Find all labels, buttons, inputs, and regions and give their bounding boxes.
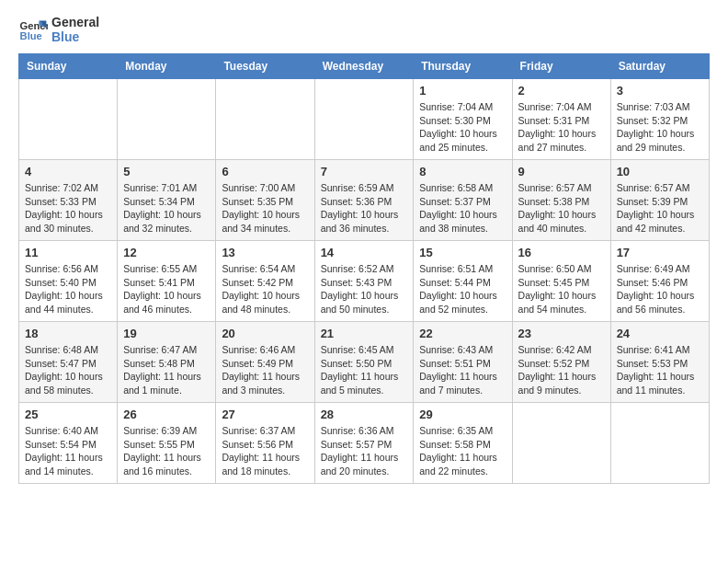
week-row-2: 4Sunrise: 7:02 AMSunset: 5:33 PMDaylight… bbox=[19, 160, 710, 241]
week-row-5: 25Sunrise: 6:40 AMSunset: 5:54 PMDayligh… bbox=[19, 403, 710, 484]
day-cell: 25Sunrise: 6:40 AMSunset: 5:54 PMDayligh… bbox=[19, 403, 118, 484]
day-cell: 16Sunrise: 6:50 AMSunset: 5:45 PMDayligh… bbox=[512, 241, 610, 322]
week-row-1: 1Sunrise: 7:04 AMSunset: 5:30 PMDaylight… bbox=[19, 79, 710, 160]
day-info: Sunrise: 6:57 AMSunset: 5:38 PMDaylight:… bbox=[518, 181, 605, 236]
logo-blue: Blue bbox=[51, 29, 99, 44]
day-cell: 10Sunrise: 6:57 AMSunset: 5:39 PMDayligh… bbox=[610, 160, 709, 241]
day-info: Sunrise: 6:46 AMSunset: 5:49 PMDaylight:… bbox=[222, 343, 308, 397]
day-cell bbox=[610, 403, 709, 484]
day-cell: 12Sunrise: 6:55 AMSunset: 5:41 PMDayligh… bbox=[118, 241, 216, 322]
day-info: Sunrise: 7:04 AMSunset: 5:30 PMDaylight:… bbox=[419, 100, 506, 155]
day-number: 19 bbox=[123, 327, 210, 340]
day-cell: 19Sunrise: 6:47 AMSunset: 5:48 PMDayligh… bbox=[118, 322, 216, 403]
day-info: Sunrise: 6:56 AMSunset: 5:40 PMDaylight:… bbox=[25, 262, 111, 316]
day-cell: 4Sunrise: 7:02 AMSunset: 5:33 PMDaylight… bbox=[19, 160, 118, 241]
day-info: Sunrise: 7:02 AMSunset: 5:33 PMDaylight:… bbox=[25, 181, 111, 236]
day-cell: 14Sunrise: 6:52 AMSunset: 5:43 PMDayligh… bbox=[314, 241, 414, 322]
day-cell: 2Sunrise: 7:04 AMSunset: 5:31 PMDaylight… bbox=[512, 79, 610, 160]
day-info: Sunrise: 6:41 AMSunset: 5:53 PMDaylight:… bbox=[617, 343, 703, 397]
day-number: 26 bbox=[123, 408, 210, 421]
day-number: 9 bbox=[518, 165, 605, 178]
day-number: 25 bbox=[25, 408, 111, 421]
day-cell: 15Sunrise: 6:51 AMSunset: 5:44 PMDayligh… bbox=[414, 241, 512, 322]
day-cell: 11Sunrise: 6:56 AMSunset: 5:40 PMDayligh… bbox=[19, 241, 118, 322]
day-number: 8 bbox=[419, 165, 506, 178]
day-cell: 20Sunrise: 6:46 AMSunset: 5:49 PMDayligh… bbox=[216, 322, 314, 403]
day-number: 13 bbox=[222, 246, 308, 259]
day-info: Sunrise: 7:01 AMSunset: 5:34 PMDaylight:… bbox=[123, 181, 210, 236]
day-cell: 7Sunrise: 6:59 AMSunset: 5:36 PMDaylight… bbox=[314, 160, 414, 241]
logo-general: General bbox=[51, 15, 99, 29]
day-info: Sunrise: 6:54 AMSunset: 5:42 PMDaylight:… bbox=[222, 262, 308, 316]
day-cell: 13Sunrise: 6:54 AMSunset: 5:42 PMDayligh… bbox=[216, 241, 314, 322]
day-number: 21 bbox=[321, 327, 408, 340]
logo-icon: General Blue bbox=[18, 15, 48, 44]
day-number: 12 bbox=[123, 246, 210, 259]
day-cell bbox=[512, 403, 610, 484]
day-info: Sunrise: 6:48 AMSunset: 5:47 PMDaylight:… bbox=[25, 343, 111, 397]
day-info: Sunrise: 7:00 AMSunset: 5:35 PMDaylight:… bbox=[222, 181, 308, 236]
day-number: 14 bbox=[321, 246, 408, 259]
day-info: Sunrise: 6:51 AMSunset: 5:44 PMDaylight:… bbox=[419, 262, 506, 316]
day-cell: 5Sunrise: 7:01 AMSunset: 5:34 PMDaylight… bbox=[118, 160, 216, 241]
day-cell: 9Sunrise: 6:57 AMSunset: 5:38 PMDaylight… bbox=[512, 160, 610, 241]
header-wednesday: Wednesday bbox=[314, 54, 414, 79]
day-number: 5 bbox=[123, 165, 210, 178]
day-cell: 22Sunrise: 6:43 AMSunset: 5:51 PMDayligh… bbox=[414, 322, 512, 403]
day-info: Sunrise: 6:39 AMSunset: 5:55 PMDaylight:… bbox=[123, 424, 210, 478]
day-cell: 29Sunrise: 6:35 AMSunset: 5:58 PMDayligh… bbox=[414, 403, 512, 484]
day-number: 1 bbox=[419, 84, 506, 98]
day-info: Sunrise: 6:50 AMSunset: 5:45 PMDaylight:… bbox=[518, 262, 605, 316]
calendar-header-row: SundayMondayTuesdayWednesdayThursdayFrid… bbox=[19, 54, 710, 79]
day-cell: 6Sunrise: 7:00 AMSunset: 5:35 PMDaylight… bbox=[216, 160, 314, 241]
day-cell bbox=[216, 79, 314, 160]
day-cell bbox=[314, 79, 414, 160]
logo: General Blue General Blue bbox=[18, 15, 99, 44]
header-thursday: Thursday bbox=[414, 54, 512, 79]
day-number: 18 bbox=[25, 327, 111, 340]
day-cell: 28Sunrise: 6:36 AMSunset: 5:57 PMDayligh… bbox=[314, 403, 414, 484]
day-info: Sunrise: 7:04 AMSunset: 5:31 PMDaylight:… bbox=[518, 100, 605, 155]
day-cell: 21Sunrise: 6:45 AMSunset: 5:50 PMDayligh… bbox=[314, 322, 414, 403]
day-info: Sunrise: 6:52 AMSunset: 5:43 PMDaylight:… bbox=[321, 262, 408, 316]
day-number: 22 bbox=[419, 327, 506, 340]
day-cell: 1Sunrise: 7:04 AMSunset: 5:30 PMDaylight… bbox=[414, 79, 512, 160]
day-cell: 26Sunrise: 6:39 AMSunset: 5:55 PMDayligh… bbox=[118, 403, 216, 484]
header-monday: Monday bbox=[118, 54, 216, 79]
day-info: Sunrise: 6:42 AMSunset: 5:52 PMDaylight:… bbox=[518, 343, 605, 397]
day-number: 11 bbox=[25, 246, 111, 259]
day-cell bbox=[118, 79, 216, 160]
day-info: Sunrise: 6:59 AMSunset: 5:36 PMDaylight:… bbox=[321, 181, 408, 236]
day-number: 27 bbox=[222, 408, 308, 421]
svg-text:Blue: Blue bbox=[20, 30, 42, 41]
day-number: 24 bbox=[617, 327, 703, 340]
day-info: Sunrise: 6:47 AMSunset: 5:48 PMDaylight:… bbox=[123, 343, 210, 397]
day-cell bbox=[19, 79, 118, 160]
day-cell: 24Sunrise: 6:41 AMSunset: 5:53 PMDayligh… bbox=[610, 322, 709, 403]
day-info: Sunrise: 6:43 AMSunset: 5:51 PMDaylight:… bbox=[419, 343, 506, 397]
day-info: Sunrise: 6:40 AMSunset: 5:54 PMDaylight:… bbox=[25, 424, 111, 478]
day-number: 23 bbox=[518, 327, 605, 340]
day-info: Sunrise: 6:57 AMSunset: 5:39 PMDaylight:… bbox=[617, 181, 703, 236]
day-number: 16 bbox=[518, 246, 605, 259]
week-row-3: 11Sunrise: 6:56 AMSunset: 5:40 PMDayligh… bbox=[19, 241, 710, 322]
day-number: 10 bbox=[617, 165, 703, 178]
day-cell: 3Sunrise: 7:03 AMSunset: 5:32 PMDaylight… bbox=[610, 79, 709, 160]
header-saturday: Saturday bbox=[610, 54, 709, 79]
day-number: 6 bbox=[222, 165, 308, 178]
day-info: Sunrise: 6:37 AMSunset: 5:56 PMDaylight:… bbox=[222, 424, 308, 478]
day-info: Sunrise: 6:49 AMSunset: 5:46 PMDaylight:… bbox=[617, 262, 703, 316]
day-number: 15 bbox=[419, 246, 506, 259]
day-info: Sunrise: 6:45 AMSunset: 5:50 PMDaylight:… bbox=[321, 343, 408, 397]
day-cell: 18Sunrise: 6:48 AMSunset: 5:47 PMDayligh… bbox=[19, 322, 118, 403]
header-friday: Friday bbox=[512, 54, 610, 79]
header-tuesday: Tuesday bbox=[216, 54, 314, 79]
day-cell: 23Sunrise: 6:42 AMSunset: 5:52 PMDayligh… bbox=[512, 322, 610, 403]
day-info: Sunrise: 6:35 AMSunset: 5:58 PMDaylight:… bbox=[419, 424, 506, 478]
calendar: SundayMondayTuesdayWednesdayThursdayFrid… bbox=[18, 53, 710, 484]
day-info: Sunrise: 6:36 AMSunset: 5:57 PMDaylight:… bbox=[321, 424, 408, 478]
day-number: 3 bbox=[617, 84, 703, 98]
day-number: 4 bbox=[25, 165, 111, 178]
day-info: Sunrise: 7:03 AMSunset: 5:32 PMDaylight:… bbox=[617, 100, 703, 155]
day-cell: 17Sunrise: 6:49 AMSunset: 5:46 PMDayligh… bbox=[610, 241, 709, 322]
